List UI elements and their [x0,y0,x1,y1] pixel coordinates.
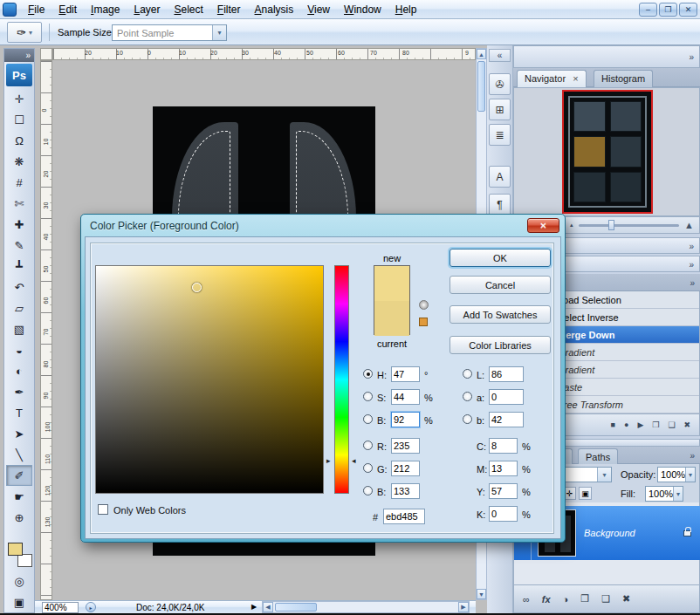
hand-tool[interactable]: ☛ [6,486,32,507]
active-tool-preset[interactable]: ✑ ▾ [7,22,42,43]
menu-window[interactable]: Window [337,0,388,18]
clone-source-icon[interactable]: ⊞ [489,99,511,120]
r-field[interactable] [391,438,420,454]
chevron-down-icon[interactable]: ▾ [685,468,695,482]
g-field[interactable] [391,461,420,476]
m-field[interactable] [489,461,518,476]
scroll-right-icon[interactable]: ▶ [458,602,469,612]
ok-button[interactable]: OK [450,249,551,267]
eraser-tool[interactable]: ▱ [6,297,32,318]
h-radio[interactable] [363,369,373,379]
dialog-close-button[interactable]: ✕ [527,218,559,233]
new-action-icon[interactable]: ❑ [668,420,675,429]
tab-histogram[interactable]: Histogram [594,70,653,87]
cancel-button[interactable]: Cancel [450,276,551,294]
close-button[interactable]: ✕ [679,3,697,17]
minimize-button[interactable]: – [639,3,657,17]
dock-collapse-right-button[interactable]: » [689,52,692,62]
brush-tool[interactable]: ✎ [6,235,32,256]
menu-image[interactable]: Image [84,0,127,18]
toolbox-collapse-button[interactable]: » [4,49,34,62]
panel-menu-icon[interactable]: » [690,278,693,288]
menu-file[interactable]: File [21,0,51,18]
play-icon[interactable]: ▶ [637,420,643,429]
hue-slider[interactable] [334,265,349,494]
menu-view[interactable]: View [300,0,337,18]
s-radio[interactable] [363,392,373,401]
b-radio[interactable] [363,414,373,424]
b-field[interactable] [391,412,420,427]
only-web-colors-checkbox[interactable] [98,504,108,515]
tab-close-icon[interactable]: × [573,73,578,84]
restore-button[interactable]: ❐ [659,3,677,17]
sample-size-select[interactable]: Point Sample ▾ [112,24,227,41]
paragraph-panel-icon[interactable]: ¶ [489,194,511,215]
bb-radio[interactable] [463,414,472,424]
g-radio[interactable] [363,463,373,473]
b2-field[interactable] [391,483,420,499]
a-field[interactable] [489,389,524,405]
eyedropper-tool[interactable]: ✐ [6,465,32,486]
fill-field[interactable]: 100% ▾ [645,486,683,502]
s-field[interactable] [391,389,420,405]
adjustment-layer-icon[interactable]: ◑ [563,594,569,605]
horizontal-scroll-thumb[interactable] [275,603,317,612]
opacity-field[interactable]: 100% ▾ [657,467,696,482]
delete-layer-icon[interactable]: ✖ [622,593,630,605]
k-field[interactable] [489,506,518,522]
status-menu-arrow-icon[interactable]: ▶ [251,603,257,611]
a-radio[interactable] [463,392,472,401]
panel-menu-icon[interactable]: » [690,451,693,461]
y-field[interactable] [489,483,518,499]
pen-tool[interactable]: ✒ [6,381,32,402]
dodge-tool[interactable]: ◐ [6,360,32,381]
navigator-view-box[interactable] [562,90,653,214]
ruler-left[interactable]: 0 10 20 30 40 50 60 70 80 90 100 110 120… [40,60,52,600]
blur-tool[interactable]: ◒ [6,339,32,360]
new-layer-icon[interactable]: ❑ [601,593,610,605]
tab-navigator[interactable]: Navigator × [517,70,587,87]
character-panel-icon[interactable]: A [489,166,511,188]
hex-field[interactable] [383,509,425,524]
slice-tool[interactable]: ✄ [6,193,32,214]
zoom-slider-thumb[interactable] [608,220,614,230]
path-selection-tool[interactable]: ➤ [6,423,32,444]
scroll-left-icon[interactable]: ◀ [263,602,273,612]
h-field[interactable] [391,366,420,382]
quick-selection-tool[interactable]: ❋ [6,151,32,172]
r-radio[interactable] [363,441,373,450]
menu-layer[interactable]: Layer [127,0,167,18]
lasso-tool[interactable]: Ω [6,130,32,151]
bb-field[interactable] [489,412,524,427]
menu-filter[interactable]: Filter [210,0,248,18]
zoom-tool[interactable]: ⊕ [6,507,32,528]
crop-tool[interactable]: # [6,172,32,193]
clone-stamp-tool[interactable]: ┻ [6,256,32,277]
hue-slider-left-arrow[interactable]: ▸ [326,456,331,465]
vertical-scroll-thumb[interactable] [477,61,485,112]
chevron-down-icon[interactable]: ▾ [212,25,226,40]
foreground-color-swatch[interactable] [8,543,23,556]
layer-group-icon[interactable]: ❒ [580,593,589,605]
color-field[interactable] [95,265,324,494]
tab-paths[interactable]: Paths [578,448,618,464]
ruler-top[interactable]: 20 10 0 10 20 30 40 50 60 70 80 9 [52,48,476,60]
menu-edit[interactable]: Edit [51,0,84,18]
color-libraries-button[interactable]: Color Libraries [450,336,551,354]
gradient-tool[interactable]: ▧ [6,318,32,339]
screen-mode-button[interactable]: ▣ [6,591,32,612]
layer-comps-icon[interactable]: ≣ [489,124,511,146]
scroll-up-icon[interactable]: ▲ [477,49,486,59]
dock-collapse-button[interactable]: « [489,49,511,62]
zoom-in-mountain-icon[interactable]: ▲ [684,220,694,230]
menu-help[interactable]: Help [388,0,424,18]
doc-size-info[interactable]: Doc: 24,0K/24,0K [136,603,204,612]
line-tool[interactable]: ╲ [6,444,32,465]
l-field[interactable] [489,366,524,382]
l-radio[interactable] [463,369,472,379]
delete-action-icon[interactable]: ✖ [683,420,690,429]
layer-style-icon[interactable]: fx [542,594,551,605]
status-scroll-icon[interactable]: ▸ [86,602,96,612]
link-layers-icon[interactable]: ∞ [523,594,530,605]
stop-icon[interactable]: ■ [611,420,615,429]
